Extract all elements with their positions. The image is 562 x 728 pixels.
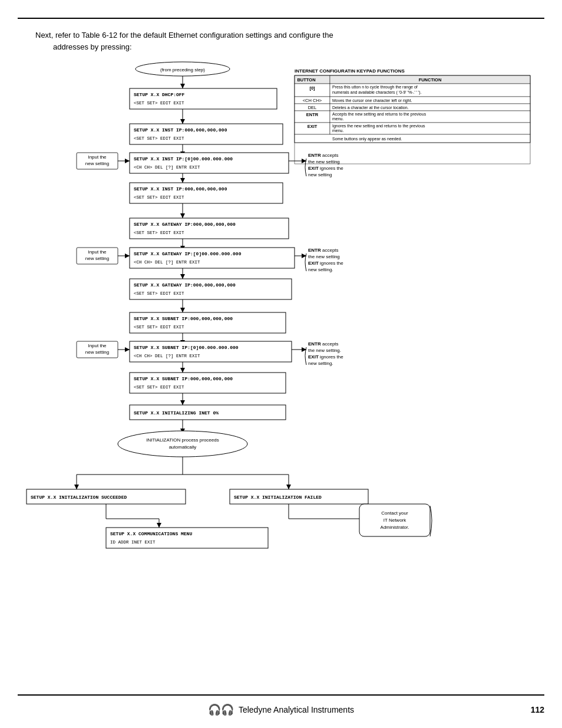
svg-text:Input the: Input the: [88, 343, 107, 348]
intro-line2: addresses by pressing:: [35, 41, 333, 53]
svg-text:numerals and available charact: numerals and available characters ( '0-9…: [332, 90, 422, 95]
it-network-bubble: Contact your IT Network Administrator.: [359, 504, 432, 536]
svg-text:the new setting.: the new setting.: [308, 348, 341, 353]
input-label-2: Input the new setting: [77, 248, 118, 264]
svg-rect-29: [295, 134, 530, 143]
svg-text:new setting.: new setting.: [308, 267, 333, 272]
svg-text:new setting: new setting: [308, 172, 332, 177]
svg-text:ENTR accepts: ENTR accepts: [308, 248, 339, 253]
top-border: [18, 18, 544, 19]
svg-text:<SET  SET>  EDIT              : <SET SET> EDIT EXIT: [134, 325, 184, 330]
svg-text:the new setting: the new setting: [308, 159, 340, 164]
svg-text:SETUP X.X    INITIALIZATION SU: SETUP X.X INITIALIZATION SUCCEEDED: [31, 495, 127, 500]
svg-text:menu.: menu.: [332, 129, 344, 133]
input-label-1: Input the new setting: [77, 153, 118, 169]
comm-menu-box: SETUP X.X COMMUNICATIONS MENU ID ADDR IN…: [106, 528, 268, 548]
svg-text:INTERNET CONFIGURATIN    KEYPA: INTERNET CONFIGURATIN KEYPAD FUNCTIONS: [295, 68, 405, 74]
setup-inst-ip-edit-box: SETUP X.X INST IP:[0]00.000.000.000 <CH …: [130, 153, 289, 173]
svg-text:<SET  SET>  EDIT              : <SET SET> EDIT EXIT: [134, 291, 184, 296]
svg-text:Input the: Input the: [88, 249, 107, 255]
svg-text:new setting: new setting: [85, 350, 109, 355]
svg-text:DEL: DEL: [308, 105, 317, 110]
setup-gateway-box: SETUP X.X GATEWAY IP:000,000,000,000 <SE…: [130, 218, 289, 239]
init-succeeded-box: SETUP X.X INITIALIZATION SUCCEEDED: [27, 489, 186, 504]
intro-line1: Next, refer to Table 6-12 for the defaul…: [35, 29, 333, 41]
bottom-border: [18, 694, 544, 696]
svg-text:ENTR: ENTR: [306, 112, 319, 117]
svg-marker-87: [180, 274, 185, 279]
svg-text:SETUP X.X     SUBNET IP:000,00: SETUP X.X SUBNET IP:000,000,000,000: [134, 376, 233, 381]
svg-text:SETUP X.X    GATEWAY IP:[0]00.: SETUP X.X GATEWAY IP:[0]00.000.000.000: [134, 251, 242, 256]
svg-text:<SET  SET>  EDIT              : <SET SET> EDIT EXIT: [134, 230, 184, 235]
svg-text:Accepts the new setting and re: Accepts the new setting and returns to t…: [332, 112, 427, 117]
svg-text:menu.: menu.: [332, 117, 344, 121]
from-preceding-bubble: (from preceding step): [135, 62, 230, 76]
svg-marker-129: [74, 485, 79, 489]
svg-text:Press this utton  n to cycle t: Press this utton n to cycle through the …: [332, 85, 418, 90]
svg-text:<SET  SET>  EDIT              : <SET SET> EDIT EXIT: [134, 195, 184, 200]
svg-text:Moves the cursor one character: Moves the cursor one character left or r…: [332, 98, 412, 103]
svg-text:SETUP X.X       DHCP:OFF: SETUP X.X DHCP:OFF: [134, 92, 185, 97]
svg-text:EXIT ignores the: EXIT ignores the: [308, 166, 343, 171]
svg-text:new setting: new setting: [85, 256, 109, 261]
svg-text:<SET  SET>  EDIT              : <SET SET> EDIT EXIT: [134, 385, 184, 390]
diagram-area: INTERNET CONFIGURATIN KEYPAD FUNCTIONS B…: [18, 56, 544, 681]
svg-text:<SET  SET>  EDIT              : <SET SET> EDIT EXIT: [134, 101, 184, 106]
svg-text:Deletes a character at the cur: Deletes a character at the cursor locati…: [332, 106, 409, 110]
svg-text:the new setting: the new setting: [308, 254, 340, 259]
config-table: INTERNET CONFIGURATIN KEYPAD FUNCTIONS B…: [295, 68, 530, 164]
svg-marker-50: [125, 159, 130, 163]
setup-gateway-edit-box: SETUP X.X GATEWAY IP:[0]00.000.000.000 <…: [130, 248, 295, 268]
svg-text:Input the: Input the: [88, 154, 107, 160]
svg-text:<SET  SET>  EDIT              : <SET SET> EDIT EXIT: [134, 136, 184, 141]
svg-text:ENTR accepts: ENTR accepts: [308, 153, 339, 158]
svg-marker-61: [180, 178, 185, 183]
init-failed-box: SETUP X.X INITIALIZATION FAILED: [230, 489, 368, 504]
flow-diagram: INTERNET CONFIGURATIN KEYPAD FUNCTIONS B…: [18, 56, 544, 681]
svg-marker-102: [125, 347, 130, 352]
svg-text:<CH  CH>    DEL    [?]    ENTR: <CH CH> DEL [?] ENTR EXIT: [134, 165, 200, 170]
svg-text:new setting.: new setting.: [308, 361, 333, 366]
svg-text:SETUP X.X    GATEWAY IP:000,00: SETUP X.X GATEWAY IP:000,000,000,000: [134, 282, 236, 288]
svg-text:SETUP X.X     SUBNET IP:000,00: SETUP X.X SUBNET IP:000,000,000,000: [134, 316, 233, 321]
svg-marker-131: [286, 485, 291, 489]
entr-note-2: ENTR accepts the new setting EXIT ignore…: [305, 248, 343, 272]
svg-text:IT Network: IT Network: [384, 518, 407, 523]
svg-marker-113: [180, 368, 185, 373]
svg-marker-40: [180, 119, 185, 124]
svg-text:SETUP X.X     SUBNET IP:[0]00.: SETUP X.X SUBNET IP:[0]00.000.000.000: [134, 345, 239, 350]
svg-text:SETUP X.X    INITIALIZATION FA: SETUP X.X INITIALIZATION FAILED: [234, 495, 322, 500]
page: Next, refer to Table 6-12 for the defaul…: [0, 0, 562, 728]
svg-text:<CH  CH>: <CH CH>: [303, 98, 322, 103]
setup-inst-ip-box: SETUP X.X INST IP:000,000,000,000 <SET S…: [130, 124, 283, 144]
svg-text:BUTTON: BUTTON: [297, 77, 315, 83]
footer-logo: 🎧🎧: [208, 703, 234, 716]
setup-gateway-result-box: SETUP X.X GATEWAY IP:000,000,000,000 <SE…: [130, 279, 292, 299]
svg-text:(from preceding step): (from preceding step): [160, 67, 205, 73]
footer: 🎧🎧 Teledyne Analytical Instruments 112: [18, 703, 544, 716]
svg-marker-66: [180, 213, 185, 218]
svg-text:<CH  CH>    DEL    [?]    ENTR: <CH CH> DEL [?] ENTR EXIT: [134, 354, 200, 358]
svg-point-123: [118, 431, 247, 457]
svg-text:Ignores the new setting and re: Ignores the new setting and returns to t…: [332, 124, 425, 129]
svg-marker-118: [180, 400, 185, 405]
setup-inst-ip-result-box: SETUP X.X INST IP:000,000,000,000 <SET S…: [130, 183, 283, 203]
svg-text:SETUP X.X    INST IP:000,000,0: SETUP X.X INST IP:000,000,000,000: [134, 127, 227, 133]
footer-page-number: 112: [531, 705, 544, 714]
svg-text:<CH  CH>    DEL    [?]    ENTR: <CH CH> DEL [?] ENTR EXIT: [134, 260, 200, 265]
svg-text:EXIT: EXIT: [308, 124, 318, 129]
svg-text:SETUP X.X      INITIALIZING IN: SETUP X.X INITIALIZING INET 0%: [134, 410, 219, 416]
setup-initializing-box: SETUP X.X INITIALIZING INET 0%: [130, 405, 286, 420]
intro-text: Next, refer to Table 6-12 for the defaul…: [35, 29, 333, 52]
svg-text:ENTR accepts: ENTR accepts: [308, 341, 339, 347]
svg-text:SETUP X.X    INST IP:[0]00.000: SETUP X.X INST IP:[0]00.000.000.000: [134, 156, 233, 162]
svg-text:ID  ADDR   INET               : ID ADDR INET EXIT: [110, 540, 156, 545]
setup-subnet-edit-box: SETUP X.X SUBNET IP:[0]00.000.000.000 <C…: [130, 341, 292, 362]
input-label-3: Input the new setting: [77, 341, 118, 358]
init-process-bubble: INITIALIZATION process proceeds automati…: [118, 431, 247, 457]
svg-text:INITIALIZATION process proceed: INITIALIZATION process proceeds: [146, 437, 219, 443]
svg-text:automatically: automatically: [169, 444, 197, 450]
entr-note-3: ENTR accepts the new setting. EXIT ignor…: [305, 341, 343, 366]
svg-marker-35: [180, 84, 185, 88]
svg-marker-92: [180, 308, 185, 312]
